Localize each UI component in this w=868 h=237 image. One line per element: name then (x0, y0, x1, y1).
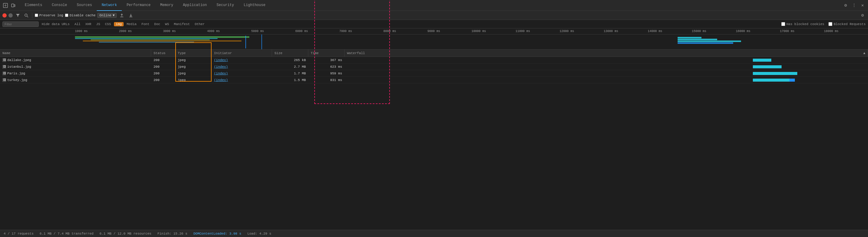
th-initiator[interactable]: Initiator (212, 50, 272, 57)
td-time-3: 831 ms (308, 77, 345, 83)
toolbar-right: ⚙ (860, 12, 866, 19)
tab-bar: Elements Console Sources Network Perform… (0, 0, 868, 11)
disable-cache-checkbox[interactable] (65, 13, 68, 17)
tab-application[interactable]: Application (178, 0, 212, 11)
network-toolbar: Preserve log Disable cache Online ▼ ⚙ (0, 11, 868, 20)
status-bar: 4 / 17 requests 6.1 MB / 7.4 MB transfer… (0, 230, 868, 237)
timeline-ruler: 1000 ms 2000 ms 3000 ms 4000 ms 5000 ms … (0, 28, 868, 34)
devtools-icons (2, 2, 16, 8)
file-icon: 🖼 (2, 65, 6, 69)
filter-xhr[interactable]: XHR (84, 22, 93, 26)
td-time-2: 959 ms (308, 70, 345, 77)
close-icon[interactable]: ✕ (860, 2, 866, 8)
blocked-requests-label[interactable]: Blocked Requests (829, 22, 866, 26)
td-type-3: jpeg (175, 77, 212, 83)
tab-elements[interactable]: Elements (20, 0, 47, 11)
status-requests: 4 / 17 requests (4, 232, 34, 236)
filter-doc[interactable]: Doc (152, 22, 162, 26)
th-size[interactable]: Size (272, 50, 308, 57)
td-initiator-0[interactable]: (index) (212, 57, 272, 63)
record-button[interactable] (2, 13, 7, 18)
separator-1 (32, 13, 32, 18)
filter-bar: Hide data URLs All XHR JS CSS img Media … (0, 20, 868, 28)
td-time-0: 367 ms (308, 57, 345, 63)
preserve-log-label[interactable]: Preserve log (35, 13, 63, 17)
td-name-3: 🖼 turkey.jpg (0, 77, 151, 83)
import-export-icons (119, 13, 134, 18)
filter-icon[interactable] (14, 13, 21, 18)
th-waterfall[interactable]: Waterfall ▲ (345, 50, 868, 57)
td-status-2: 200 (151, 70, 175, 77)
td-initiator-1[interactable]: (index) (212, 63, 272, 70)
td-size-3: 1.5 MB (272, 77, 308, 83)
search-icon[interactable] (23, 13, 30, 18)
filter-other[interactable]: Other (193, 22, 207, 26)
tab-performance[interactable]: Performance (122, 0, 155, 11)
ruler-label-7: 7000 ms (339, 30, 383, 33)
blocked-requests-checkbox[interactable] (829, 22, 832, 26)
inspect-icon[interactable] (2, 2, 8, 8)
more-icon[interactable]: ⋮ (851, 2, 857, 8)
filter-media[interactable]: Media (125, 22, 138, 26)
table-row[interactable]: 🖼 Paris.jpg 200 jpeg (index) 1.7 MB 959 … (0, 70, 868, 77)
ruler-label-11: 11000 ms (516, 30, 560, 33)
th-time[interactable]: Time (308, 50, 345, 57)
ruler-label-6: 6000 ms (295, 30, 339, 33)
table-row[interactable]: 🖼 istanbul.jpg 200 jpeg (index) 2.7 MB 6… (0, 63, 868, 70)
settings-cog-icon[interactable]: ⚙ (860, 12, 866, 19)
ruler-label-2: 2000 ms (119, 30, 163, 33)
preserve-log-checkbox[interactable] (35, 13, 38, 17)
filter-font[interactable]: Font (140, 22, 151, 26)
settings-icon[interactable]: ⚙ (843, 2, 849, 8)
file-icon: 🖼 (2, 58, 6, 62)
filter-img[interactable]: img (114, 22, 124, 26)
ruler-label-1: 1000 ms (75, 30, 119, 33)
ruler-label-13: 13000 ms (603, 30, 648, 33)
table-row[interactable]: 🖼 turkey.jpg 200 jpeg (index) 1.5 MB 831… (0, 77, 868, 83)
svg-rect-1 (11, 4, 14, 7)
upload-icon[interactable] (119, 13, 125, 18)
td-initiator-2[interactable]: (index) (212, 70, 272, 77)
download-icon[interactable] (128, 13, 134, 18)
tab-lighthouse[interactable]: Lighthouse (239, 0, 270, 11)
ruler-label-18: 18000 ms (824, 30, 868, 33)
ruler-label-10: 10000 ms (471, 30, 516, 33)
timeline-overview[interactable] (0, 34, 868, 50)
filter-input[interactable] (2, 22, 39, 27)
network-condition-select[interactable]: Online ▼ (97, 13, 117, 18)
filter-ws[interactable]: WS (163, 22, 171, 26)
th-name[interactable]: Name (0, 50, 151, 57)
tab-sources[interactable]: Sources (72, 0, 97, 11)
tab-network[interactable]: Network (97, 0, 122, 11)
tab-console[interactable]: Console (47, 0, 72, 11)
svg-rect-2 (14, 4, 15, 7)
ruler-labels: 1000 ms 2000 ms 3000 ms 4000 ms 5000 ms … (0, 28, 868, 34)
status-finish: Finish: 15.26 s (157, 232, 187, 236)
device-icon[interactable] (10, 2, 16, 8)
td-waterfall-2 (345, 70, 868, 77)
table-header: Name Status Type Initiator Size Time Wat… (0, 50, 868, 57)
td-name-0: 🖼 dallake.jpeg (0, 57, 151, 63)
tab-memory[interactable]: Memory (155, 0, 178, 11)
td-initiator-3[interactable]: (index) (212, 77, 272, 83)
disable-cache-label[interactable]: Disable cache (65, 13, 95, 17)
has-blocked-cookies-checkbox[interactable] (781, 22, 785, 26)
filter-css[interactable]: CSS (103, 22, 113, 26)
ruler-label-14: 14000 ms (648, 30, 692, 33)
table-row[interactable]: 🖼 dallake.jpeg 200 jpeg (index) 265 kB 3… (0, 57, 868, 63)
tab-security[interactable]: Security (212, 0, 239, 11)
clear-button[interactable] (8, 13, 13, 18)
ruler-label-12: 12000 ms (560, 30, 604, 33)
has-blocked-cookies-label[interactable]: Has blocked cookies (781, 22, 824, 26)
table-body: 🖼 dallake.jpeg 200 jpeg (index) 265 kB 3… (0, 57, 868, 83)
status-domcontent: DOMContentLoaded: 3.98 s (193, 232, 241, 236)
filter-hide-urls[interactable]: Hide data URLs (40, 22, 71, 26)
th-type[interactable]: Type (175, 50, 212, 57)
td-size-1: 2.7 MB (272, 63, 308, 70)
filter-manifest[interactable]: Manifest (172, 22, 192, 26)
th-status[interactable]: Status (151, 50, 175, 57)
filter-js[interactable]: JS (94, 22, 102, 26)
td-status-1: 200 (151, 63, 175, 70)
filter-all[interactable]: All (72, 22, 82, 26)
td-waterfall-0 (345, 57, 868, 63)
